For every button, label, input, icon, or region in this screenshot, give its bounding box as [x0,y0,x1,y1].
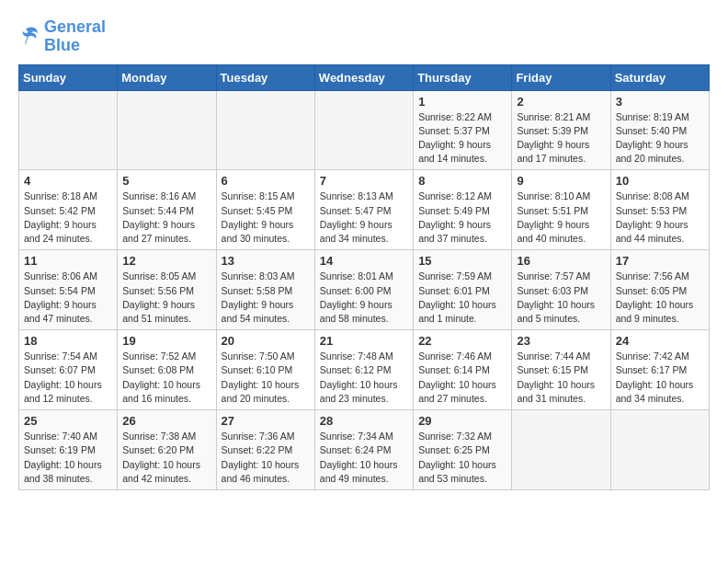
weekday-header: Sunday [19,64,118,90]
calendar-day-cell: 12Sunrise: 8:05 AM Sunset: 5:56 PM Dayli… [118,250,216,330]
calendar-day-cell: 7Sunrise: 8:13 AM Sunset: 5:47 PM Daylig… [314,170,413,250]
day-number: 12 [122,254,210,268]
calendar-day-cell: 6Sunrise: 8:15 AM Sunset: 5:45 PM Daylig… [216,170,314,250]
calendar-table: SundayMondayTuesdayWednesdayThursdayFrid… [18,64,710,490]
day-info: Sunrise: 8:16 AM Sunset: 5:44 PM Dayligh… [122,190,210,246]
calendar-day-cell: 22Sunrise: 7:46 AM Sunset: 6:14 PM Dayli… [414,330,512,410]
day-number: 16 [517,254,605,268]
day-number: 4 [24,174,112,188]
day-number: 8 [418,174,506,188]
day-info: Sunrise: 8:06 AM Sunset: 5:54 PM Dayligh… [24,270,112,326]
calendar-day-cell: 11Sunrise: 8:06 AM Sunset: 5:54 PM Dayli… [19,250,118,330]
calendar-day-cell: 21Sunrise: 7:48 AM Sunset: 6:12 PM Dayli… [314,330,413,410]
calendar-week-row: 11Sunrise: 8:06 AM Sunset: 5:54 PM Dayli… [19,250,710,330]
calendar-day-cell: 19Sunrise: 7:52 AM Sunset: 6:08 PM Dayli… [118,330,216,410]
day-number: 27 [222,414,310,428]
calendar-day-cell [216,90,314,170]
day-number: 26 [122,414,210,428]
calendar-day-cell [314,90,413,170]
calendar-week-row: 18Sunrise: 7:54 AM Sunset: 6:07 PM Dayli… [19,330,710,410]
calendar-day-cell: 29Sunrise: 7:32 AM Sunset: 6:25 PM Dayli… [414,410,512,490]
day-info: Sunrise: 8:21 AM Sunset: 5:39 PM Dayligh… [517,110,605,167]
day-number: 28 [320,414,408,428]
calendar-day-cell: 26Sunrise: 7:38 AM Sunset: 6:20 PM Dayli… [118,410,216,490]
day-info: Sunrise: 8:03 AM Sunset: 5:58 PM Dayligh… [222,270,310,326]
day-info: Sunrise: 7:40 AM Sunset: 6:19 PM Dayligh… [24,430,112,486]
day-info: Sunrise: 7:42 AM Sunset: 6:17 PM Dayligh… [616,350,704,406]
calendar-day-cell: 23Sunrise: 7:44 AM Sunset: 6:15 PM Dayli… [512,330,610,410]
day-info: Sunrise: 8:05 AM Sunset: 5:56 PM Dayligh… [122,270,210,326]
calendar-day-cell: 27Sunrise: 7:36 AM Sunset: 6:22 PM Dayli… [216,410,314,490]
calendar-day-cell: 25Sunrise: 7:40 AM Sunset: 6:19 PM Dayli… [19,410,118,490]
calendar-day-cell: 8Sunrise: 8:12 AM Sunset: 5:49 PM Daylig… [414,170,512,250]
calendar-day-cell: 1Sunrise: 8:22 AM Sunset: 5:37 PM Daylig… [414,90,512,170]
calendar-day-cell: 18Sunrise: 7:54 AM Sunset: 6:07 PM Dayli… [19,330,118,410]
day-number: 2 [517,95,605,109]
logo-bird-icon [18,24,40,46]
logo: General Blue [18,18,106,55]
day-info: Sunrise: 7:57 AM Sunset: 6:03 PM Dayligh… [517,270,605,326]
weekday-header: Tuesday [216,64,314,90]
day-info: Sunrise: 8:15 AM Sunset: 5:45 PM Dayligh… [222,190,310,246]
calendar-day-cell [610,410,709,490]
calendar-day-cell: 10Sunrise: 8:08 AM Sunset: 5:53 PM Dayli… [610,170,709,250]
day-number: 5 [122,174,210,188]
calendar-day-cell: 15Sunrise: 7:59 AM Sunset: 6:01 PM Dayli… [414,250,512,330]
day-info: Sunrise: 8:19 AM Sunset: 5:40 PM Dayligh… [616,110,704,167]
calendar-day-cell: 28Sunrise: 7:34 AM Sunset: 6:24 PM Dayli… [314,410,413,490]
calendar-day-cell [512,410,610,490]
day-number: 13 [222,254,310,268]
day-info: Sunrise: 7:48 AM Sunset: 6:12 PM Dayligh… [320,350,408,406]
calendar-week-row: 4Sunrise: 8:18 AM Sunset: 5:42 PM Daylig… [19,170,710,250]
calendar-day-cell: 13Sunrise: 8:03 AM Sunset: 5:58 PM Dayli… [216,250,314,330]
logo-text: General Blue [44,18,106,55]
page-header: General Blue [18,18,710,55]
day-info: Sunrise: 7:52 AM Sunset: 6:08 PM Dayligh… [122,350,210,406]
day-info: Sunrise: 7:36 AM Sunset: 6:22 PM Dayligh… [222,430,310,486]
calendar-week-row: 1Sunrise: 8:22 AM Sunset: 5:37 PM Daylig… [19,90,710,170]
calendar-day-cell: 14Sunrise: 8:01 AM Sunset: 6:00 PM Dayli… [314,250,413,330]
day-number: 17 [616,254,704,268]
day-info: Sunrise: 8:18 AM Sunset: 5:42 PM Dayligh… [24,190,112,246]
day-number: 10 [616,174,704,188]
day-info: Sunrise: 7:59 AM Sunset: 6:01 PM Dayligh… [418,270,506,326]
day-info: Sunrise: 7:44 AM Sunset: 6:15 PM Dayligh… [517,350,605,406]
day-number: 7 [320,174,408,188]
calendar-day-cell: 5Sunrise: 8:16 AM Sunset: 5:44 PM Daylig… [118,170,216,250]
day-number: 22 [418,334,506,348]
day-number: 3 [616,95,704,109]
calendar-day-cell: 2Sunrise: 8:21 AM Sunset: 5:39 PM Daylig… [512,90,610,170]
day-info: Sunrise: 7:50 AM Sunset: 6:10 PM Dayligh… [222,350,310,406]
day-number: 14 [320,254,408,268]
calendar-week-row: 25Sunrise: 7:40 AM Sunset: 6:19 PM Dayli… [19,410,710,490]
weekday-header: Friday [512,64,610,90]
day-info: Sunrise: 7:32 AM Sunset: 6:25 PM Dayligh… [418,430,506,486]
day-info: Sunrise: 8:01 AM Sunset: 6:00 PM Dayligh… [320,270,408,326]
day-number: 19 [122,334,210,348]
day-number: 18 [24,334,112,348]
calendar-day-cell: 9Sunrise: 8:10 AM Sunset: 5:51 PM Daylig… [512,170,610,250]
calendar-day-cell: 4Sunrise: 8:18 AM Sunset: 5:42 PM Daylig… [19,170,118,250]
day-info: Sunrise: 8:13 AM Sunset: 5:47 PM Dayligh… [320,190,408,246]
day-number: 24 [616,334,704,348]
calendar-day-cell: 17Sunrise: 7:56 AM Sunset: 6:05 PM Dayli… [610,250,709,330]
calendar-day-cell: 16Sunrise: 7:57 AM Sunset: 6:03 PM Dayli… [512,250,610,330]
calendar-day-cell: 20Sunrise: 7:50 AM Sunset: 6:10 PM Dayli… [216,330,314,410]
day-info: Sunrise: 8:08 AM Sunset: 5:53 PM Dayligh… [616,190,704,246]
day-info: Sunrise: 7:38 AM Sunset: 6:20 PM Dayligh… [122,430,210,486]
day-info: Sunrise: 8:22 AM Sunset: 5:37 PM Dayligh… [418,110,506,167]
weekday-header: Thursday [414,64,512,90]
day-number: 9 [517,174,605,188]
day-number: 21 [320,334,408,348]
day-number: 1 [418,95,506,109]
calendar-day-cell: 3Sunrise: 8:19 AM Sunset: 5:40 PM Daylig… [610,90,709,170]
weekday-header: Saturday [610,64,709,90]
day-info: Sunrise: 7:56 AM Sunset: 6:05 PM Dayligh… [616,270,704,326]
day-number: 23 [517,334,605,348]
day-info: Sunrise: 7:46 AM Sunset: 6:14 PM Dayligh… [418,350,506,406]
day-info: Sunrise: 8:10 AM Sunset: 5:51 PM Dayligh… [517,190,605,246]
day-info: Sunrise: 7:34 AM Sunset: 6:24 PM Dayligh… [320,430,408,486]
weekday-header: Monday [118,64,216,90]
calendar-day-cell [118,90,216,170]
day-number: 25 [24,414,112,428]
